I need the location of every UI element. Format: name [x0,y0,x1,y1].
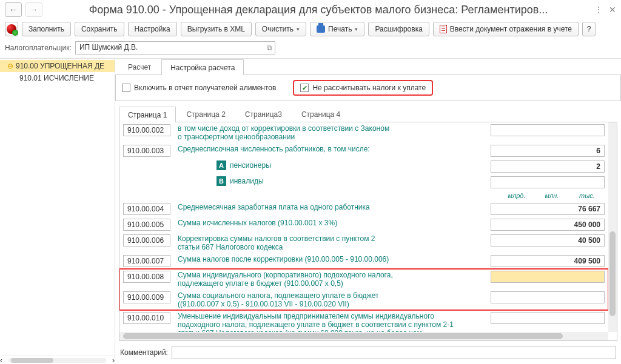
checkbox-aliments[interactable]: Включить в отчет получателей алиментов [122,84,276,92]
open-reference-icon[interactable]: ⧉ [267,44,272,52]
tab-calc-settings[interactable]: Настройка расчета [161,59,244,75]
row-units: млрд.млн.тыс. [119,190,608,201]
value-910-00-003[interactable]: 6 [491,145,605,157]
comment-row: Комментарий: [115,343,621,364]
tab-page-2[interactable]: Страница 2 [177,106,234,122]
code-910-00-008[interactable]: 910.00.008 [123,271,170,283]
highlight-rows-008-009: 910.00.008 Сумма индивидуального (корпор… [119,269,608,310]
row-002: 910.00.002 в том числе доход от корректи… [119,122,608,143]
sidebar-item-910-01[interactable]: 910.01 ИСЧИСЛЕНИЕ [0,72,115,84]
taxpayer-value: ИП Шумский Д.В. [79,43,138,51]
code-910-00-009[interactable]: 910.00.009 [123,291,170,303]
fill-button[interactable]: Заполнить [22,22,71,36]
tab-page-3[interactable]: Страница3 [236,106,291,122]
tab-page-1[interactable]: Страница 1 [119,107,176,122]
page-tabs: Страница 1 Страница 2 Страница3 Страница… [119,106,617,122]
value-910-00-008[interactable] [491,271,605,283]
row-003-b: Bинвалиды [119,174,608,190]
forward-button[interactable]: → [25,2,42,17]
close-icon[interactable]: ✕ [609,5,616,15]
sidebar-hscroll[interactable]: ‹› [0,356,115,364]
save-button[interactable]: Сохранить [75,22,124,36]
value-910-00-002[interactable] [491,124,605,136]
taxpayer-label: Налогоплательщик: [5,44,72,52]
row-007: 910.00.007 Сумма налогов после корректир… [119,253,608,269]
row-005: 910.00.005 Сумма исчисленных налогов (91… [119,217,608,233]
taxpayer-row: Налогоплательщик: ИП Шумский Д.В. ⧉ [0,40,621,58]
palette-button[interactable] [5,22,18,36]
row-003-a: Aпенсионеры 2 [119,159,608,174]
print-button[interactable]: Печать▾ [310,22,364,36]
titlebar: ← → Форма 910.00 - Упрощенная декларация… [0,0,621,19]
row-006: 910.00.006 Корректировка суммы налогов в… [119,233,608,253]
enter-document-button[interactable]: Ввести документ отражения в учете [433,22,579,36]
clear-button[interactable]: Очистить▾ [255,22,306,36]
document-icon [440,25,447,33]
comment-label: Комментарий: [120,348,168,357]
horizontal-scrollbar[interactable] [119,332,608,340]
minus-icon: ⊖ [7,62,13,70]
tab-calc[interactable]: Расчет [119,59,160,74]
checkbox-no-tax[interactable]: Не рассчитывать налоги к уплате [300,84,426,92]
vertical-scrollbar[interactable] [608,122,617,332]
tab-page-4[interactable]: Страница 4 [292,106,349,122]
report-area: 910.00.002 в том числе доход от корректи… [119,122,617,341]
row-003: 910.00.003 Среднесписочная численность р… [119,143,608,159]
checkbox-no-tax-label: Не рассчитывать налоги к уплате [312,84,426,92]
calc-settings-bar: Включить в отчет получателей алиментов Н… [115,75,621,101]
checkbox-checked-icon [300,84,309,92]
report-table: 910.00.002 в том числе доход от корректи… [119,122,608,332]
printer-icon [317,25,325,33]
kebab-icon[interactable]: ⋮ [594,5,603,15]
settings-button[interactable]: Настройка [128,22,177,36]
palette-icon [7,24,16,34]
value-910-00-003a[interactable]: 2 [491,160,605,173]
badge-a-icon: A [217,160,226,170]
row-008: 910.00.008 Сумма индивидуального (корпор… [119,269,608,310]
value-910-00-010[interactable] [491,312,605,324]
value-910-00-006[interactable]: 40 500 [491,234,605,247]
main-toolbar: Заполнить Сохранить Настройка Выгрузить … [0,19,621,40]
comment-input[interactable] [172,346,616,359]
code-910-00-002[interactable]: 910.00.002 [123,124,170,136]
taxpayer-input[interactable]: ИП Шумский Д.В. ⧉ [75,41,275,55]
highlight-no-tax: Не рассчитывать налоги к уплате [293,80,433,96]
code-910-00-010[interactable]: 910.00.010 [123,312,170,324]
sidebar: ⊖910.00 УПРОЩЕННАЯ ДЕ 910.01 ИСЧИСЛЕНИЕ … [0,59,115,364]
value-910-00-009[interactable] [491,291,605,303]
row-004: 910.00.004 Среднемесячная заработная пла… [119,201,608,217]
code-910-00-003[interactable]: 910.00.003 [123,145,170,157]
code-910-00-004[interactable]: 910.00.004 [123,203,170,215]
value-910-00-007[interactable]: 409 500 [491,255,605,267]
code-910-00-007[interactable]: 910.00.007 [123,255,170,267]
value-910-00-005[interactable]: 450 000 [491,219,605,231]
row-010: 910.00.010 Уменьшение индивидуальным пре… [119,310,608,332]
value-910-00-004[interactable]: 76 667 [491,203,605,215]
window-title: Форма 910.00 - Упрощенная декларация для… [46,4,591,16]
export-xml-button[interactable]: Выгрузить в XML [181,22,252,36]
code-910-00-005[interactable]: 910.00.005 [123,219,170,231]
back-button[interactable]: ← [5,2,22,17]
decode-button[interactable]: Расшифровка [368,22,429,36]
checkbox-icon [122,84,130,92]
main-tabs: Расчет Настройка расчета [115,59,621,75]
help-button[interactable]: ? [582,22,596,36]
code-910-00-006[interactable]: 910.00.006 [123,234,170,247]
value-910-00-003b[interactable] [491,176,605,188]
sidebar-item-910-00[interactable]: ⊖910.00 УПРОЩЕННАЯ ДЕ [0,60,115,72]
badge-b-icon: B [217,176,226,186]
checkbox-aliments-label: Включить в отчет получателей алиментов [134,84,276,92]
